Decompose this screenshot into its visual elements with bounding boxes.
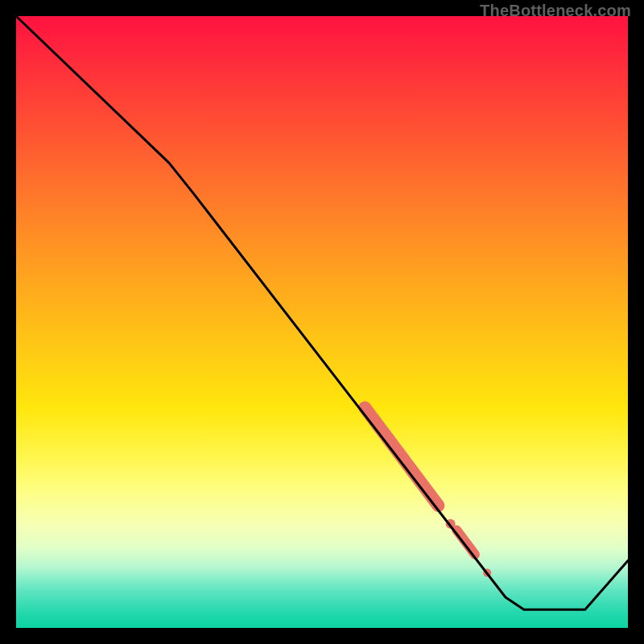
- watermark-text: TheBottleneck.com: [480, 2, 631, 20]
- thick-segment: [365, 407, 438, 506]
- highlights-layer: [365, 407, 491, 576]
- chart-overlay: [16, 16, 628, 628]
- series-curve: [16, 16, 628, 609]
- short-segment: [456, 530, 475, 554]
- chart-container: TheBottleneck.com: [0, 0, 644, 644]
- curve-layer: [16, 16, 628, 609]
